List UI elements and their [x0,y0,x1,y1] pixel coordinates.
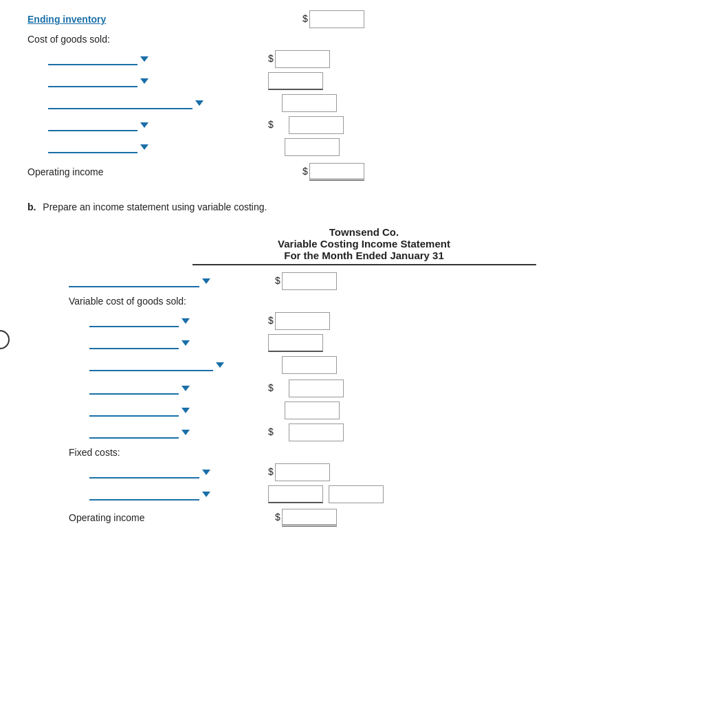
cost-of-goods-label: Cost of goods sold: [27,34,701,45]
vcogs-dropdown-3[interactable] [89,359,224,371]
dollar-vcogs-1: $ [268,315,274,327]
vcogs-input-2[interactable] [268,334,323,352]
fixed-caret-1[interactable] [202,470,210,475]
vcogs-input-5[interactable] [285,402,340,419]
ending-inventory-row: Ending inventory $ [27,10,701,28]
cogs-input-5[interactable] [285,138,340,156]
fixed-dropdown-2[interactable] [89,488,210,500]
statement-period: For the Month Ended January 31 [27,250,701,261]
vcogs-input-3[interactable] [282,356,337,374]
dollar-2: $ [268,53,274,65]
vcogs-row-3 [89,356,701,374]
vcogs-row-5 [89,402,701,419]
cogs-dropdown-3[interactable] [48,97,203,109]
operating-income-label-b: Operating income [69,512,254,523]
ending-inventory-label: Ending inventory [27,14,213,25]
fixed-row-2 [89,485,701,503]
vcogs-line-3 [89,359,213,371]
cogs-input-3[interactable] [282,94,337,112]
cogs-dropdown-1[interactable] [48,53,148,65]
fixed-caret-2[interactable] [202,492,210,497]
vcogs-dropdown-6[interactable] [89,426,190,439]
caret-2[interactable] [140,78,148,84]
dollar-oi-a: $ [302,166,308,178]
vcogs-line-6 [89,426,179,439]
vcogs-input-4[interactable] [289,380,344,397]
cogs-dropdown-2[interactable] [48,75,148,87]
operating-income-row-b: Operating income $ [69,509,701,527]
operating-income-input-a[interactable] [309,163,364,181]
vcogs-caret-6[interactable] [181,430,190,435]
sales-dropdown[interactable] [69,275,210,287]
sales-caret[interactable] [202,278,210,284]
sales-row: $ [69,272,701,290]
vcogs-dropdown-1[interactable] [89,315,190,327]
company-name: Townsend Co. [27,226,701,238]
vcogs-caret-2[interactable] [181,340,190,346]
dollar-4: $ [268,119,274,131]
fixed-costs-label: Fixed costs: [69,447,701,458]
operating-income-row-a: Operating income $ [27,163,701,181]
fixed-line-2 [89,488,199,500]
statement-title: Variable Costing Income Statement [27,238,701,250]
sales-line [69,275,199,287]
dollar-vcogs-6: $ [268,426,274,439]
dollar-sales: $ [275,275,280,287]
vcogs-line-2 [89,337,179,349]
fixed-input-1[interactable] [275,463,330,481]
sales-input[interactable] [282,272,337,290]
vcogs-line-1 [89,315,179,327]
dollar-fixed-1: $ [268,466,274,478]
vcogs-input-6[interactable] [289,424,344,441]
vcogs-row-1: $ [89,312,701,330]
ending-inventory-input[interactable] [309,10,364,28]
operating-income-input-b[interactable] [282,509,337,527]
caret-1[interactable] [140,56,148,62]
vcogs-line-4 [89,382,179,395]
fixed-dropdown-1[interactable] [89,466,210,478]
vcogs-dropdown-5[interactable] [89,404,190,417]
cogs-input-2[interactable] [268,72,323,90]
variable-cost-label: Variable cost of goods sold: [69,296,701,307]
cogs-input-1[interactable] [275,50,330,68]
caret-4[interactable] [140,122,148,128]
cogs-line-5 [48,141,137,153]
intro-text: Prepare an income statement using variab… [43,201,267,212]
cogs-dropdown-4[interactable] [48,119,148,131]
vcogs-dropdown-2[interactable] [89,337,190,349]
fixed-line-1 [89,466,199,478]
cogs-row-2 [48,72,701,90]
cogs-input-4[interactable] [289,116,344,134]
vcogs-row-4: $ [89,380,701,397]
vcogs-input-1[interactable] [275,312,330,330]
fixed-input-2b[interactable] [329,485,384,503]
vcogs-dropdown-4[interactable] [89,382,190,395]
company-header: Townsend Co. Variable Costing Income Sta… [27,226,701,261]
vcogs-caret-5[interactable] [181,408,190,413]
operating-income-label-a: Operating income [27,166,213,177]
cogs-line-4 [48,119,137,131]
b-label: b. [27,201,36,212]
header-underline [192,264,536,265]
vcogs-caret-1[interactable] [181,318,190,324]
cogs-row-1: $ [48,50,701,68]
cogs-row-4: $ [48,116,701,134]
dollar-vcogs-4: $ [268,382,274,395]
fixed-input-2a[interactable] [268,485,323,503]
dollar-sign-ei: $ [302,13,308,25]
caret-3[interactable] [195,100,203,106]
vcogs-caret-4[interactable] [181,386,190,391]
vcogs-caret-3[interactable] [216,362,224,368]
fixed-row-1: $ [89,463,701,481]
caret-5[interactable] [140,144,148,150]
cogs-row-3 [48,94,701,112]
cogs-line-3 [48,97,192,109]
section-b-intro: b. Prepare an income statement using var… [27,201,701,212]
vcogs-row-2 [89,334,701,352]
dollar-oi-b: $ [275,512,280,524]
cogs-line-1 [48,53,137,65]
section-a: Ending inventory $ Cost of goods sold: $ [27,7,701,181]
cogs-dropdown-5[interactable] [48,141,148,153]
section-b: b. Prepare an income statement using var… [27,201,701,527]
vcogs-line-5 [89,404,179,417]
